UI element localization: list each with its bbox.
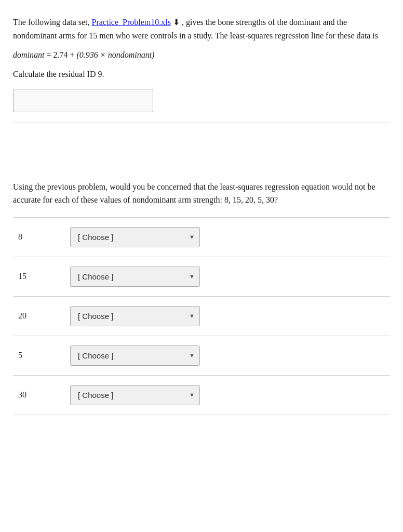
eq-val2: (0.936 × nondominant) <box>77 50 155 59</box>
regression-equation: dominant = 2.74 + (0.936 × nondominant) <box>13 48 390 62</box>
row-spacer <box>273 296 390 336</box>
row-spacer <box>273 217 390 257</box>
row-dropdown-cell-30: [ Choose ]YesNo <box>65 375 273 415</box>
eq-val1: 2.74 <box>53 50 68 59</box>
row-spacer <box>273 375 390 415</box>
calculate-label: Calculate the residual ID 9. <box>13 68 390 81</box>
download-icon: ⬇ <box>173 18 182 26</box>
concern-table: 8[ Choose ]YesNo15[ Choose ]YesNo20[ Cho… <box>13 217 390 415</box>
residual-answer-input[interactable] <box>13 89 153 112</box>
table-row: 30[ Choose ]YesNo <box>13 375 390 415</box>
row-value-20: 20 <box>13 296 65 336</box>
dataset-link[interactable]: Practice_Problem10.xls <box>92 18 171 26</box>
choose-select-5[interactable]: [ Choose ]YesNo <box>70 345 200 366</box>
row-dropdown-cell-15: [ Choose ]YesNo <box>65 257 273 296</box>
table-row: 5[ Choose ]YesNo <box>13 336 390 375</box>
choose-select-20[interactable]: [ Choose ]YesNo <box>70 306 200 326</box>
table-row: 15[ Choose ]YesNo <box>13 257 390 296</box>
table-row: 8[ Choose ]YesNo <box>13 217 390 257</box>
section-divider <box>13 123 390 123</box>
spacer <box>13 139 390 180</box>
row-value-5: 5 <box>13 336 65 375</box>
row-dropdown-cell-5: [ Choose ]YesNo <box>65 336 273 375</box>
choose-select-8[interactable]: [ Choose ]YesNo <box>70 227 200 247</box>
intro-text-before: The following data set, <box>13 18 90 26</box>
row-dropdown-cell-20: [ Choose ]YesNo <box>65 296 273 336</box>
row-value-8: 8 <box>13 217 65 257</box>
table-row: 20[ Choose ]YesNo <box>13 296 390 336</box>
row-spacer <box>273 336 390 375</box>
row-dropdown-cell-8: [ Choose ]YesNo <box>65 217 273 257</box>
eq-equals: = <box>46 50 53 59</box>
eq-plus: + <box>70 50 76 59</box>
row-spacer <box>273 257 390 296</box>
row-value-30: 30 <box>13 375 65 415</box>
eq-lhs: dominant <box>13 50 44 59</box>
concern-paragraph: Using the previous problem, would you be… <box>13 180 390 207</box>
intro-paragraph: The following data set, Practice_Problem… <box>13 16 390 42</box>
choose-select-30[interactable]: [ Choose ]YesNo <box>70 385 200 405</box>
choose-select-15[interactable]: [ Choose ]YesNo <box>70 267 200 287</box>
row-value-15: 15 <box>13 257 65 296</box>
